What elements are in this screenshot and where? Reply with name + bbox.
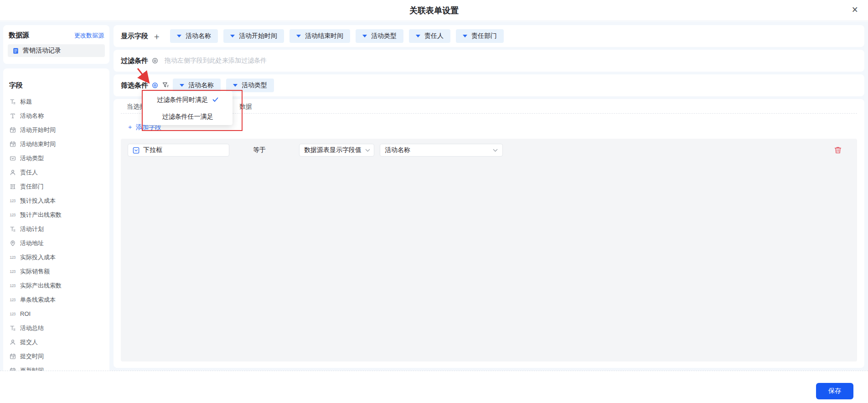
- select-icon: [9, 155, 16, 162]
- number-icon: 123: [9, 211, 16, 218]
- field-list-item[interactable]: 活动总结: [9, 321, 104, 335]
- chip-label: 活动类型: [371, 32, 397, 40]
- value-source-value: 数据源表显示字段值: [304, 146, 362, 154]
- field-list-item[interactable]: 123预计产出线索数: [9, 208, 104, 222]
- menu-item-label: 过滤条件同时满足: [157, 96, 208, 104]
- screen-conditions-label: 筛选条件: [121, 81, 148, 90]
- field-list-item[interactable]: 提交时间: [9, 349, 104, 363]
- filter-logic-menu: 过滤条件同时满足过滤条件任一满足: [143, 91, 232, 125]
- datasource-item-label: 营销活动记录: [23, 47, 61, 55]
- close-icon[interactable]: ×: [852, 5, 858, 15]
- field-label: 单条线索成本: [20, 296, 56, 304]
- plus-icon: ＋: [127, 123, 133, 131]
- field-chip[interactable]: 活动名称: [170, 29, 218, 43]
- menu-item[interactable]: 过滤条件同时满足: [143, 91, 232, 108]
- chip-label: 活动类型: [242, 81, 267, 89]
- display-fields-row: 显示字段 ＋ 活动名称活动开始时间活动结束时间活动类型责任人责任部门: [114, 25, 864, 47]
- field-chip[interactable]: 活动开始时间: [223, 29, 284, 43]
- field-list-item[interactable]: 123预计投入成本: [9, 194, 104, 208]
- field-list-item[interactable]: 123单条线索成本: [9, 293, 104, 307]
- person-icon: [9, 339, 16, 345]
- field-chip[interactable]: 活动类型: [356, 29, 403, 43]
- value-field-select[interactable]: 活动名称: [380, 144, 503, 157]
- value-field-value: 活动名称: [385, 146, 410, 154]
- field-list-item[interactable]: 123实际销售额: [9, 264, 104, 278]
- field-list-item[interactable]: 活动结束时间: [9, 137, 104, 151]
- number-icon: 123: [9, 310, 16, 317]
- chevron-down-icon[interactable]: [416, 35, 420, 37]
- add-display-field-icon[interactable]: ＋: [152, 32, 161, 41]
- field-chip[interactable]: 责任部门: [456, 29, 504, 43]
- condition-settings-panel: 当选择具 数据 ＋ 添加字段 下拉框 等于 数据源表显示字段值 活动名称: [114, 99, 864, 368]
- value-source-select[interactable]: 数据源表显示字段值: [299, 144, 374, 157]
- field-list-item[interactable]: 提交人: [9, 335, 104, 349]
- target-icon[interactable]: [151, 57, 159, 64]
- fields-header: 字段: [9, 81, 104, 90]
- field-chip[interactable]: 活动结束时间: [289, 29, 350, 43]
- chip-label: 活动名称: [188, 81, 214, 89]
- chevron-down-icon[interactable]: [463, 35, 467, 37]
- chevron-down-icon[interactable]: [362, 35, 367, 37]
- document-icon: [12, 47, 19, 54]
- field-list-item[interactable]: 活动计划: [9, 222, 104, 236]
- field-list-item[interactable]: 123ROI: [9, 307, 104, 321]
- datasource-selected-item[interactable]: 营销活动记录: [8, 44, 105, 57]
- target-icon-active[interactable]: [151, 82, 159, 89]
- chip-label: 活动名称: [186, 32, 211, 40]
- field-label: 责任人: [20, 168, 38, 177]
- datasource-card: 数据源 更改数据源 营销活动记录: [3, 25, 109, 64]
- chevron-down-icon[interactable]: [233, 84, 238, 87]
- field-list-item[interactable]: 活动地址: [9, 236, 104, 250]
- field-list-item[interactable]: 活动类型: [9, 151, 104, 165]
- person-icon: [9, 169, 16, 176]
- chip-label: 活动结束时间: [305, 32, 343, 40]
- field-label: 活动地址: [20, 239, 44, 247]
- field-list-item[interactable]: 123实际投入成本: [9, 250, 104, 264]
- textarea-icon: [9, 225, 16, 232]
- condition-operator: 等于: [253, 146, 266, 154]
- chevron-down-icon: [493, 149, 498, 152]
- chip-label: 责任人: [424, 32, 444, 40]
- field-list-item[interactable]: 123实际产出线索数: [9, 278, 104, 293]
- condition-row: 下拉框 等于 数据源表显示字段值 活动名称: [128, 144, 850, 157]
- field-list-item[interactable]: 责任部门: [9, 179, 104, 194]
- menu-item[interactable]: 过滤条件任一满足: [143, 108, 232, 125]
- chevron-down-icon[interactable]: [230, 35, 235, 37]
- chip-label: 责任部门: [471, 32, 497, 40]
- field-label: 提交时间: [20, 352, 44, 361]
- chevron-down-icon: [365, 149, 370, 152]
- field-chip[interactable]: 活动名称: [173, 79, 221, 92]
- field-label: 活动结束时间: [20, 140, 56, 148]
- number-icon: 123: [9, 197, 16, 204]
- field-label: 活动总结: [20, 324, 44, 332]
- field-list-item[interactable]: 活动开始时间: [9, 123, 104, 137]
- department-icon: [9, 183, 16, 190]
- date-icon: [9, 141, 16, 147]
- field-list-item[interactable]: 责任人: [9, 165, 104, 179]
- chevron-down-icon[interactable]: [180, 84, 184, 87]
- save-button[interactable]: 保存: [816, 383, 853, 399]
- date-icon: [9, 126, 16, 133]
- number-icon: 123: [9, 254, 16, 261]
- chevron-down-icon[interactable]: [296, 35, 301, 37]
- selection-description-right: 数据: [239, 103, 252, 111]
- field-label: 活动开始时间: [20, 126, 56, 134]
- dialog-titlebar: 关联表单设置 ×: [0, 0, 868, 21]
- field-chip[interactable]: 活动类型: [226, 79, 274, 92]
- field-label: ROI: [20, 310, 31, 317]
- field-list-item[interactable]: 活动名称: [9, 109, 104, 123]
- display-field-chips: 活动名称活动开始时间活动结束时间活动类型责任人责任部门: [170, 29, 504, 43]
- filter-funnel-icon[interactable]: [162, 82, 169, 89]
- field-chip[interactable]: 责任人: [409, 29, 450, 43]
- field-label: 实际投入成本: [20, 253, 56, 262]
- chevron-down-icon[interactable]: [177, 35, 181, 37]
- dropdown-field-type-icon: [133, 147, 140, 154]
- change-datasource-link[interactable]: 更改数据源: [74, 31, 104, 40]
- dialog-title: 关联表单设置: [409, 5, 459, 16]
- textarea-icon: [9, 98, 16, 105]
- location-icon: [9, 240, 16, 246]
- field-list-item[interactable]: 标题: [9, 94, 104, 109]
- dialog-footer: 保存: [0, 371, 868, 403]
- delete-condition-icon[interactable]: [834, 146, 842, 154]
- condition-field-select[interactable]: 下拉框: [128, 144, 229, 157]
